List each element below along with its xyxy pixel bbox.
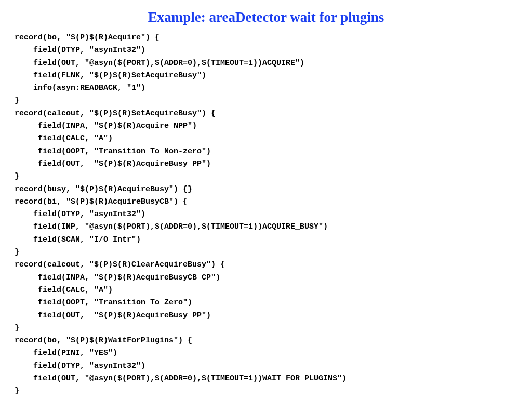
code-block: record(bo, "$(P)$(R)Acquire") { field(DT… — [15, 32, 517, 398]
slide-container: Example: areaDetector wait for plugins r… — [0, 0, 532, 399]
slide-title: Example: areaDetector wait for plugins — [15, 9, 517, 25]
